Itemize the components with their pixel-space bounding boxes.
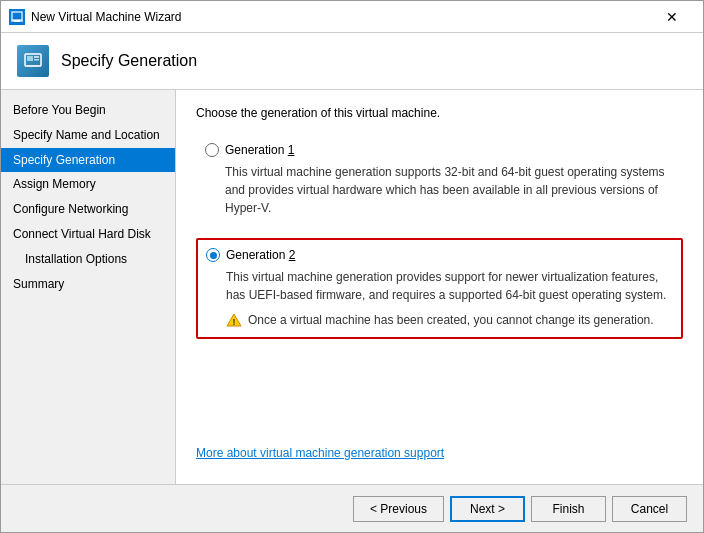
wizard-sidebar: Before You Begin Specify Name and Locati… xyxy=(1,90,176,484)
title-bar: New Virtual Machine Wizard ✕ xyxy=(1,1,703,33)
sidebar-item-configure-networking[interactable]: Configure Networking xyxy=(1,197,175,222)
generation1-label: Generation 1 xyxy=(225,143,294,157)
wizard-footer: < Previous Next > Finish Cancel xyxy=(1,484,703,532)
svg-rect-0 xyxy=(12,12,22,20)
page-title: Specify Generation xyxy=(61,52,197,70)
previous-button[interactable]: < Previous xyxy=(353,496,444,522)
wizard-header: Specify Generation xyxy=(1,33,703,90)
sidebar-item-before-you-begin[interactable]: Before You Begin xyxy=(1,98,175,123)
generation-options: Generation 1 This virtual machine genera… xyxy=(196,134,683,339)
generation1-block[interactable]: Generation 1 This virtual machine genera… xyxy=(196,134,683,226)
sidebar-item-installation-options[interactable]: Installation Options xyxy=(1,247,175,272)
more-info-link[interactable]: More about virtual machine generation su… xyxy=(196,446,444,460)
generation2-radio[interactable] xyxy=(206,248,220,262)
wizard-content: Before You Begin Specify Name and Locati… xyxy=(1,90,703,484)
wizard-main: Choose the generation of this virtual ma… xyxy=(176,90,703,484)
intro-text: Choose the generation of this virtual ma… xyxy=(196,106,683,120)
svg-text:!: ! xyxy=(233,317,236,327)
wizard-window: New Virtual Machine Wizard ✕ Specify Gen… xyxy=(0,0,704,533)
svg-rect-7 xyxy=(27,65,39,67)
window-title: New Virtual Machine Wizard xyxy=(31,10,649,24)
generation2-description: This virtual machine generation provides… xyxy=(226,268,673,304)
generation2-header: Generation 2 xyxy=(206,248,673,262)
warning-icon: ! xyxy=(226,313,242,327)
finish-button[interactable]: Finish xyxy=(531,496,606,522)
generation2-warning: ! Once a virtual machine has been create… xyxy=(226,312,673,329)
generation1-header: Generation 1 xyxy=(205,143,674,157)
sidebar-item-connect-hard-disk[interactable]: Connect Virtual Hard Disk xyxy=(1,222,175,247)
generation1-radio[interactable] xyxy=(205,143,219,157)
cancel-button[interactable]: Cancel xyxy=(612,496,687,522)
sidebar-item-specify-generation[interactable]: Specify Generation xyxy=(1,148,175,173)
app-icon xyxy=(9,9,25,25)
next-button[interactable]: Next > xyxy=(450,496,525,522)
svg-rect-6 xyxy=(34,59,39,61)
wizard-icon xyxy=(17,45,49,77)
generation2-block[interactable]: Generation 2 This virtual machine genera… xyxy=(196,238,683,339)
svg-rect-4 xyxy=(27,56,33,61)
generation2-label: Generation 2 xyxy=(226,248,295,262)
warning-text: Once a virtual machine has been created,… xyxy=(248,312,654,329)
sidebar-item-summary[interactable]: Summary xyxy=(1,272,175,297)
generation1-description: This virtual machine generation supports… xyxy=(225,163,674,217)
link-area: More about virtual machine generation su… xyxy=(196,339,683,468)
sidebar-item-assign-memory[interactable]: Assign Memory xyxy=(1,172,175,197)
svg-rect-5 xyxy=(34,56,39,58)
sidebar-item-specify-name[interactable]: Specify Name and Location xyxy=(1,123,175,148)
close-button[interactable]: ✕ xyxy=(649,1,695,33)
